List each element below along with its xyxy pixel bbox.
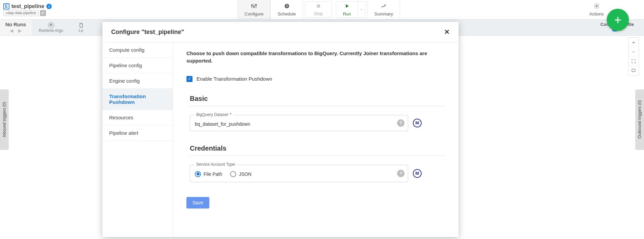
stop-button[interactable]: Stop <box>305 1 332 18</box>
app-logo-icon: E <box>3 3 9 9</box>
section-credentials-title: Credentials <box>190 145 445 152</box>
macro-toggle-button[interactable]: M <box>413 169 422 178</box>
add-artifact-button[interactable]: + <box>40 10 46 16</box>
radio-icon <box>195 171 201 177</box>
fit-screen-button[interactable] <box>629 56 639 66</box>
artifact-badge: cdap-data-pipeline <box>3 10 39 16</box>
inbound-triggers-tab[interactable]: Inbound triggers (0) <box>0 89 9 150</box>
play-icon <box>344 3 350 11</box>
macro-toggle-button[interactable]: M <box>413 119 422 127</box>
stop-icon <box>316 3 321 10</box>
actions-button[interactable]: Actions <box>583 0 610 19</box>
comments-button[interactable] <box>629 66 639 75</box>
save-button[interactable]: Save <box>186 197 209 208</box>
sliders-icon <box>251 3 257 11</box>
no-runs-block: No Runs ◀ ▶ <box>0 19 32 35</box>
prev-run-button[interactable]: ◀ <box>10 28 13 33</box>
help-icon[interactable]: ? <box>397 170 404 177</box>
next-run-button[interactable]: ▶ <box>18 28 22 33</box>
configure-button[interactable]: Configure <box>238 0 270 19</box>
menu-engine-config[interactable]: Engine config <box>102 73 173 89</box>
config-side-menu: Compute config Pipeline config Engine co… <box>102 42 173 237</box>
gear-icon <box>594 3 600 11</box>
menu-pipeline-alert[interactable]: Pipeline alert <box>102 125 173 141</box>
add-button[interactable]: + <box>607 9 629 31</box>
zoom-in-button[interactable]: + <box>629 38 639 47</box>
chart-line-icon <box>381 3 387 11</box>
zoom-controls: + − <box>628 37 639 76</box>
svg-rect-9 <box>632 69 636 72</box>
runtime-args-button[interactable]: M Runtime Args <box>32 19 71 35</box>
svg-point-3 <box>252 5 253 6</box>
svg-point-5 <box>256 4 257 5</box>
run-dropdown[interactable] <box>358 2 365 17</box>
section-basic-title: Basic <box>190 95 445 103</box>
divider <box>190 106 445 106</box>
configure-modal: Configure "test_pipeline" ✕ Compute conf… <box>102 22 459 237</box>
info-icon[interactable]: i <box>46 4 52 9</box>
zoom-out-button[interactable]: − <box>629 47 639 56</box>
menu-resources[interactable]: Resources <box>102 110 173 125</box>
file-icon <box>78 22 84 28</box>
svg-rect-7 <box>317 4 320 7</box>
svg-point-4 <box>254 6 255 7</box>
schedule-button[interactable]: Schedule <box>270 0 303 19</box>
pipeline-header: E test_pipeline i cdap-data-pipeline + <box>0 0 55 19</box>
plus-icon: + <box>614 13 621 27</box>
service-account-type-field: Service Account Type File Path JSON <box>190 165 408 182</box>
logs-button[interactable]: Lo <box>71 19 91 35</box>
close-button[interactable]: ✕ <box>444 28 450 36</box>
menu-transformation-pushdown[interactable]: Transformation Pushdown <box>102 89 173 110</box>
help-icon[interactable]: ? <box>397 119 404 127</box>
enable-pushdown-checkbox[interactable]: ✓ <box>186 76 192 82</box>
menu-compute-config[interactable]: Compute config <box>102 42 173 58</box>
bigquery-dataset-input[interactable] <box>195 121 403 127</box>
summary-button[interactable]: Summary <box>368 0 400 19</box>
divider <box>190 156 445 156</box>
config-content: Choose to push down compatible transform… <box>173 42 459 237</box>
radio-json[interactable]: JSON <box>230 171 251 177</box>
top-toolbar: E test_pipeline i cdap-data-pipeline + C… <box>0 0 644 19</box>
radio-file-path[interactable]: File Path <box>195 171 222 177</box>
svg-point-8 <box>596 5 597 7</box>
menu-pipeline-config[interactable]: Pipeline config <box>102 58 173 73</box>
pipeline-name: test_pipeline <box>11 3 44 9</box>
outbound-triggers-tab[interactable]: Outbound triggers (0) <box>635 89 644 150</box>
modal-title: Configure "test_pipeline" <box>111 29 184 36</box>
bigquery-dataset-field[interactable]: BigQuery Dataset * ? <box>190 115 408 131</box>
run-button[interactable]: Run <box>336 2 358 17</box>
radio-icon <box>230 171 236 177</box>
macro-m-icon: M <box>48 22 54 28</box>
enable-pushdown-label: Enable Transformation Pushdown <box>197 76 272 82</box>
pushdown-description: Choose to push down compatible transform… <box>186 50 445 65</box>
clock-icon <box>284 3 290 11</box>
